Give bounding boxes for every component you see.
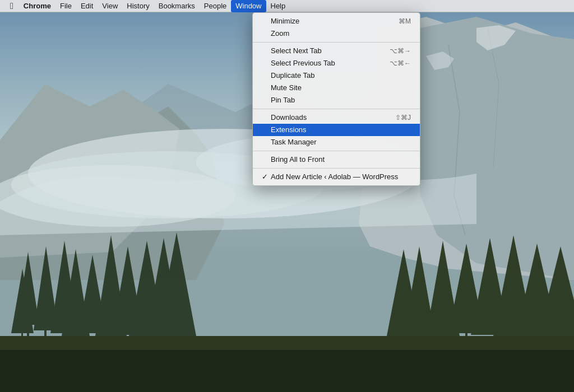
separator-4 bbox=[253, 168, 420, 169]
svg-rect-30 bbox=[465, 325, 467, 337]
menu-item-add-new-article[interactable]: ✓ Add New Article ‹ Adolab — WordPress bbox=[253, 171, 420, 183]
window-dropdown-menu: Minimize ⌘M Zoom Select Next Tab ⌥⌘→ Sel… bbox=[252, 12, 420, 186]
history-menu-item[interactable]: History bbox=[122, 0, 154, 12]
apple-menu-item[interactable]:  bbox=[4, 0, 19, 12]
people-menu-item[interactable]: People bbox=[200, 0, 231, 12]
menu-item-pin-tab[interactable]: Pin Tab bbox=[253, 94, 420, 106]
separator-1 bbox=[253, 42, 420, 43]
view-menu-item[interactable]: View bbox=[98, 0, 122, 12]
bookmarks-menu-item[interactable]: Bookmarks bbox=[154, 0, 200, 12]
menubar:  Chrome File Edit View History Bookmark… bbox=[0, 0, 574, 12]
svg-rect-32 bbox=[0, 350, 574, 392]
menu-item-minimize[interactable]: Minimize ⌘M bbox=[253, 15, 420, 27]
separator-3 bbox=[253, 151, 420, 151]
menu-item-mute-site[interactable]: Mute Site bbox=[253, 82, 420, 94]
svg-rect-16 bbox=[27, 322, 29, 336]
menu-item-extensions[interactable]: Extensions bbox=[253, 124, 420, 136]
separator-2 bbox=[253, 109, 420, 109]
window-menu-item[interactable]: Window bbox=[231, 0, 266, 12]
menu-item-zoom[interactable]: Zoom bbox=[253, 27, 420, 40]
edit-menu-item[interactable]: Edit bbox=[76, 0, 98, 12]
menu-item-duplicate-tab[interactable]: Duplicate Tab bbox=[253, 69, 420, 82]
file-menu-item[interactable]: File bbox=[55, 0, 76, 12]
menu-item-bring-all-to-front[interactable]: Bring All to Front bbox=[253, 153, 420, 166]
menu-item-downloads[interactable]: Downloads ⇧⌘J bbox=[253, 111, 420, 124]
menu-item-select-next-tab[interactable]: Select Next Tab ⌥⌘→ bbox=[253, 45, 420, 57]
help-menu-item[interactable]: Help bbox=[266, 0, 290, 12]
menu-item-select-prev-tab[interactable]: Select Previous Tab ⌥⌘← bbox=[253, 57, 420, 69]
menu-item-task-manager[interactable]: Task Manager bbox=[253, 136, 420, 148]
chrome-menu-item[interactable]: Chrome bbox=[19, 0, 55, 12]
